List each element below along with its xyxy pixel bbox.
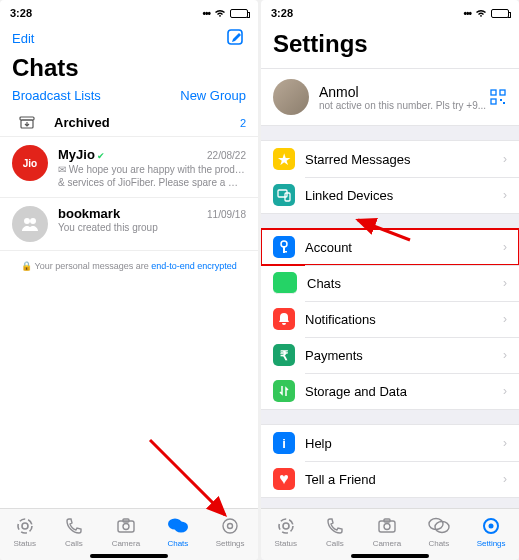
chat-preview: & services of JioFiber. Please spare a m… — [58, 176, 246, 189]
status-time: 3:28 — [10, 7, 32, 19]
tab-calls[interactable]: Calls — [324, 515, 346, 548]
page-title: Settings — [261, 22, 519, 68]
profile-row[interactable]: Anmol not active on this number. Pls try… — [261, 68, 519, 126]
row-storage[interactable]: Storage and Data › — [261, 373, 519, 409]
status-right: ••• — [202, 8, 248, 19]
signal-icon: ••• — [202, 8, 210, 19]
encryption-note: 🔒 Your personal messages are end-to-end … — [0, 251, 258, 281]
chevron-icon: › — [503, 240, 507, 254]
tab-chats[interactable]: Chats — [428, 515, 450, 548]
status-right: ••• — [463, 8, 509, 19]
svg-point-5 — [18, 519, 32, 533]
star-icon: ★ — [273, 148, 295, 170]
chevron-icon: › — [503, 348, 507, 362]
gear-icon — [480, 515, 502, 537]
qr-icon[interactable] — [489, 88, 507, 106]
svg-point-25 — [283, 523, 289, 529]
svg-rect-23 — [283, 251, 287, 253]
chat-name: MyJio — [58, 147, 95, 162]
archived-label: Archived — [54, 115, 240, 130]
svg-point-11 — [174, 522, 188, 533]
chevron-icon: › — [503, 188, 507, 202]
chevron-icon: › — [503, 152, 507, 166]
devices-icon — [273, 184, 295, 206]
chevron-icon: › — [503, 276, 507, 290]
avatar: Jio — [12, 145, 48, 181]
chat-name: bookmark — [58, 206, 120, 221]
chevron-icon: › — [503, 436, 507, 450]
edit-button[interactable]: Edit — [12, 31, 34, 46]
svg-point-4 — [30, 218, 36, 224]
tab-status[interactable]: Status — [274, 515, 297, 548]
status-icon — [14, 515, 36, 537]
verified-icon: ✔ — [97, 151, 105, 161]
chat-icon — [273, 272, 297, 294]
tab-calls[interactable]: Calls — [63, 515, 85, 548]
phone-icon — [63, 515, 85, 537]
chevron-icon: › — [503, 384, 507, 398]
info-icon: i — [273, 432, 295, 454]
row-help[interactable]: i Help › — [261, 425, 519, 461]
svg-point-3 — [24, 218, 30, 224]
svg-point-24 — [279, 519, 293, 533]
status-bar: 3:28 ••• — [261, 0, 519, 22]
profile-name: Anmol — [319, 84, 489, 100]
broadcast-lists-link[interactable]: Broadcast Lists — [12, 88, 101, 103]
chat-row-myjio[interactable]: Jio MyJio✔ 22/08/22 ✉ We hope you are ha… — [0, 137, 258, 198]
settings-screen: 3:28 ••• Settings Anmol not active on th… — [261, 0, 519, 560]
e2e-link[interactable]: end-to-end encrypted — [151, 261, 237, 271]
gear-icon — [219, 515, 241, 537]
archived-row[interactable]: Archived 2 — [0, 109, 258, 137]
svg-rect-15 — [500, 90, 505, 95]
wifi-icon — [475, 9, 487, 18]
svg-rect-17 — [500, 99, 502, 101]
tab-camera[interactable]: Camera — [112, 515, 140, 548]
home-indicator — [90, 554, 168, 558]
phone-icon — [324, 515, 346, 537]
svg-point-13 — [228, 524, 233, 529]
bell-icon — [273, 308, 295, 330]
row-account[interactable]: Account › — [261, 229, 519, 265]
key-icon — [273, 236, 295, 258]
row-linked-devices[interactable]: Linked Devices › — [261, 177, 519, 213]
row-chats[interactable]: Chats › — [261, 265, 519, 301]
tab-chats[interactable]: Chats — [167, 515, 189, 548]
chat-date: 11/09/18 — [207, 209, 246, 220]
nav-bar: Edit — [0, 22, 258, 52]
svg-point-32 — [489, 524, 494, 529]
avatar — [273, 79, 309, 115]
chats-icon — [428, 515, 450, 537]
tab-settings[interactable]: Settings — [477, 515, 506, 548]
chat-preview: You created this group — [58, 221, 246, 234]
svg-point-27 — [384, 524, 390, 530]
wifi-icon — [214, 9, 226, 18]
camera-icon — [376, 515, 398, 537]
row-starred[interactable]: ★ Starred Messages › — [261, 141, 519, 177]
avatar — [12, 206, 48, 242]
tab-bar: Status Calls Camera Chats Settings — [261, 508, 519, 560]
svg-rect-18 — [503, 102, 505, 104]
row-notifications[interactable]: Notifications › — [261, 301, 519, 337]
compose-icon[interactable] — [226, 28, 246, 48]
heart-icon: ♥ — [273, 468, 295, 490]
status-time: 3:28 — [271, 7, 293, 19]
row-payments[interactable]: ₹ Payments › — [261, 337, 519, 373]
svg-rect-14 — [491, 90, 496, 95]
archive-icon — [18, 116, 36, 130]
rupee-icon: ₹ — [273, 344, 295, 366]
tab-settings[interactable]: Settings — [216, 515, 245, 548]
new-group-link[interactable]: New Group — [180, 88, 246, 103]
signal-icon: ••• — [463, 8, 471, 19]
battery-icon — [491, 9, 509, 18]
archived-count: 2 — [240, 117, 246, 129]
chat-preview: ✉ We hope you are happy with the product… — [58, 163, 246, 176]
tab-bar: Status Calls Camera Chats Settings — [0, 508, 258, 560]
camera-icon — [115, 515, 137, 537]
tab-status[interactable]: Status — [13, 515, 36, 548]
chat-row-bookmark[interactable]: bookmark 11/09/18 You created this group — [0, 198, 258, 251]
tab-camera[interactable]: Camera — [373, 515, 401, 548]
svg-point-12 — [223, 519, 237, 533]
row-tell-friend[interactable]: ♥ Tell a Friend › — [261, 461, 519, 497]
status-bar: 3:28 ••• — [0, 0, 258, 22]
chevron-icon: › — [503, 312, 507, 326]
